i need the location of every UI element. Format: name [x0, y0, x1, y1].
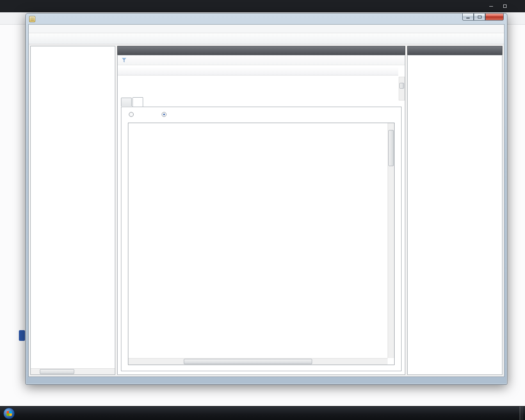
browser-window-controls: [484, 0, 525, 12]
scrollbar-thumb[interactable]: [388, 130, 394, 166]
menu-bar: [29, 25, 504, 33]
screen: [0, 0, 525, 420]
main-area: [29, 44, 504, 377]
minimize-icon: [466, 18, 470, 18]
tab-details[interactable]: [132, 97, 143, 107]
scrollbar-track[interactable]: [388, 129, 394, 352]
filter-funnel-icon: [122, 58, 126, 62]
maximize-icon: [478, 16, 482, 18]
window-maximize-button[interactable]: [474, 14, 485, 21]
xml-content: [132, 126, 383, 355]
preview-tabs: [118, 97, 405, 107]
show-desktop-button[interactable]: [520, 406, 523, 420]
window-close-button[interactable]: [485, 14, 504, 21]
radio-circle-icon: [129, 112, 134, 117]
grid-vertical-scrollbar[interactable]: [399, 77, 405, 100]
results-body: [117, 55, 405, 375]
view-mode-radios: [121, 107, 401, 118]
event-viewer-app-icon: [29, 16, 35, 22]
event-viewer-window: [25, 13, 507, 385]
browser-close-button[interactable]: [511, 0, 525, 12]
filter-band[interactable]: [118, 55, 405, 65]
scrollbar-thumb[interactable]: [399, 83, 404, 89]
browser-minimize-button[interactable]: [484, 0, 498, 12]
window-body: [28, 24, 504, 377]
tree-horizontal-scrollbar[interactable]: [31, 368, 115, 374]
minimize-icon: [489, 6, 493, 7]
actions-list: [407, 55, 502, 375]
xml-vertical-scrollbar[interactable]: [388, 123, 394, 358]
console-tree-panel: [30, 46, 115, 375]
center-pane: [117, 46, 405, 375]
browser-tab-bar: [0, 0, 525, 12]
results-header: [117, 46, 405, 55]
scrollbar-track[interactable]: [37, 369, 109, 374]
friendly-view-radio[interactable]: [129, 112, 136, 117]
radio-circle-checked-icon: [162, 112, 167, 117]
details-tab-panel: [121, 107, 402, 371]
actions-header: [407, 46, 502, 55]
new-tab-button[interactable]: [3, 0, 14, 12]
taskbar: [0, 406, 525, 420]
xml-view-box[interactable]: [128, 123, 395, 365]
scrollbar-track[interactable]: [135, 358, 381, 365]
system-tray: [506, 406, 525, 420]
xml-view-radio[interactable]: [162, 112, 169, 117]
page-side-button[interactable]: [19, 330, 25, 341]
window-minimize-button[interactable]: [462, 14, 474, 21]
maximize-icon: [503, 5, 507, 8]
xml-horizontal-scrollbar[interactable]: [128, 358, 388, 365]
toolbar: [29, 33, 504, 44]
events-grid: [118, 65, 405, 83]
grid-column-headers: [118, 67, 398, 75]
window-title-bar[interactable]: [26, 14, 507, 24]
scrollbar-thumb[interactable]: [184, 359, 312, 364]
preview-header: [118, 87, 405, 96]
windows-flag-icon: [7, 411, 12, 416]
scrollbar-track[interactable]: [399, 82, 404, 95]
start-button[interactable]: [3, 408, 15, 419]
browser-maximize-button[interactable]: [498, 0, 511, 12]
tab-general[interactable]: [121, 98, 132, 106]
console-tree: [31, 46, 115, 48]
scrollbar-thumb[interactable]: [40, 369, 74, 374]
window-controls: [462, 14, 504, 21]
actions-pane: [407, 46, 502, 375]
event-row[interactable]: [118, 75, 398, 83]
